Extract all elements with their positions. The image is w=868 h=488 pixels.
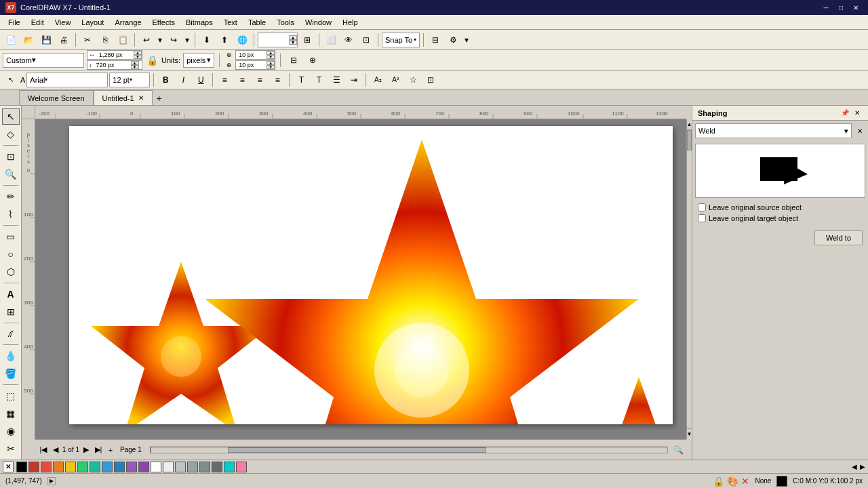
leave-source-checkbox[interactable]	[698, 203, 706, 211]
tab-welcome[interactable]: Welcome Screen	[19, 90, 94, 105]
coord-expand-button[interactable]: ▶	[47, 477, 56, 485]
color-dark-purple[interactable]	[138, 462, 149, 472]
color-orange[interactable]	[53, 462, 64, 472]
ellipse-tool[interactable]: ○	[2, 246, 20, 262]
zoom-input[interactable]: 50%	[258, 36, 289, 44]
select-tool[interactable]: ↖	[2, 108, 20, 125]
tab-untitled1[interactable]: Untitled-1 ✕	[94, 90, 153, 105]
fontsize-dropdown[interactable]: 12 pt ▾	[109, 73, 150, 87]
menu-window[interactable]: Window	[300, 17, 337, 28]
width-input-group[interactable]: ↔ ▲ ▼	[87, 50, 142, 60]
print-button[interactable]: 🖨	[56, 32, 72, 48]
save-button[interactable]: 💾	[38, 32, 54, 48]
char-button[interactable]: T	[311, 72, 327, 88]
width-input[interactable]	[96, 52, 134, 58]
panel-help-button[interactable]: ✕	[854, 125, 865, 136]
color-dark-blue[interactable]	[114, 462, 125, 472]
width-down[interactable]: ▼	[134, 55, 142, 59]
open-button[interactable]: 📂	[20, 32, 37, 48]
options-button[interactable]: ⚙	[445, 32, 461, 48]
font-dropdown[interactable]: Arial ▾	[26, 73, 108, 87]
scrollbar-horizontal-thumb[interactable]	[228, 447, 486, 453]
minimize-button[interactable]: ─	[819, 2, 833, 13]
color-white[interactable]	[151, 462, 161, 472]
tab-add-button[interactable]: +	[153, 92, 166, 105]
superscript-button[interactable]: A²	[387, 72, 403, 88]
menu-file[interactable]: File	[3, 17, 26, 28]
color-green[interactable]	[77, 462, 88, 472]
zoom-status-button[interactable]: 🔍	[673, 445, 684, 455]
color-blue[interactable]	[102, 462, 113, 472]
page-last-button[interactable]: ▶|	[93, 445, 104, 454]
page-next-button[interactable]: ▶	[81, 445, 92, 454]
interactive-fill-tool[interactable]: ⬚	[2, 388, 20, 404]
undo-dropdown[interactable]: ▾	[156, 32, 164, 48]
align-center-button[interactable]: ≡	[234, 72, 250, 88]
fill-tool[interactable]: 🪣	[2, 365, 20, 382]
virtual-seg-tool[interactable]: ✂	[2, 441, 20, 457]
menu-table[interactable]: Table	[243, 17, 271, 28]
palette-right[interactable]: ▶	[860, 463, 865, 470]
undo-button[interactable]: ↩	[138, 32, 155, 48]
menu-arrange[interactable]: Arrange	[109, 17, 146, 28]
status-color-icon[interactable]: 🎨	[727, 476, 738, 487]
menu-edit[interactable]: Edit	[26, 17, 50, 28]
zoom-up[interactable]: ▲	[289, 35, 297, 40]
weld-to-button[interactable]: Weld to	[814, 230, 863, 245]
justify-button[interactable]: ≡	[269, 72, 285, 88]
panel-close-button[interactable]: ✕	[852, 108, 863, 119]
color-pink[interactable]	[236, 462, 247, 472]
shaping-type-dropdown[interactable]: Weld ▾	[695, 123, 852, 138]
publish-button[interactable]: 🌐	[234, 32, 250, 48]
new-button[interactable]: 📄	[3, 32, 19, 48]
zoom-tool[interactable]: 🔍	[2, 166, 20, 182]
maximize-button[interactable]: □	[834, 2, 848, 13]
select-tool-btn[interactable]: ↖	[3, 72, 19, 88]
stroke-color-swatch[interactable]	[776, 476, 787, 487]
color-red1[interactable]	[28, 462, 39, 472]
options-dropdown[interactable]: ▾	[462, 32, 471, 48]
menu-effects[interactable]: Effects	[147, 17, 180, 28]
status-warning-icon[interactable]: ✕	[741, 476, 749, 487]
indent-button[interactable]: ⇥	[346, 72, 362, 88]
subscript-button[interactable]: A₂	[370, 72, 386, 88]
menu-tools[interactable]: Tools	[271, 17, 300, 28]
paste-button[interactable]: 📋	[115, 32, 131, 48]
add-page-nav-button[interactable]: +	[105, 446, 116, 454]
no-fill-swatch[interactable]: ✕	[3, 462, 14, 472]
lock-proportions-button[interactable]: 🔒	[145, 50, 159, 70]
scroll-down-button[interactable]: ▼	[687, 428, 692, 439]
tab-close-button[interactable]: ✕	[138, 94, 144, 102]
frame-button[interactable]: ⊡	[422, 72, 439, 88]
leave-target-checkbox[interactable]	[698, 214, 706, 222]
table-tool[interactable]: ⊞	[2, 304, 20, 320]
view-enhanced-button[interactable]: ⊡	[358, 32, 374, 48]
text-tool[interactable]: A	[2, 286, 20, 302]
color-teal[interactable]	[90, 462, 100, 472]
palette-left[interactable]: ◀	[852, 463, 857, 470]
menu-text[interactable]: Text	[218, 17, 243, 28]
y-coord-group[interactable]: ▲ ▼	[235, 60, 275, 70]
scroll-up-button[interactable]: ▲	[687, 119, 692, 130]
format-button[interactable]: T	[293, 72, 309, 88]
color-yellow[interactable]	[65, 462, 76, 472]
menu-view[interactable]: View	[50, 17, 77, 28]
blend-tool[interactable]: ▦	[2, 405, 20, 422]
x-coord-input[interactable]	[236, 52, 267, 58]
units-dropdown[interactable]: pixels ▾	[183, 53, 214, 68]
color-gray4[interactable]	[199, 462, 210, 472]
panel-pin-button[interactable]: 📌	[840, 108, 850, 119]
transform-button[interactable]: ⊟	[285, 52, 302, 68]
close-button[interactable]: ✕	[849, 2, 863, 13]
view-full-button[interactable]: 👁	[340, 32, 357, 48]
polygon-tool[interactable]: ⬡	[2, 264, 20, 280]
color-gray2[interactable]	[175, 462, 186, 472]
list-button[interactable]: ☰	[328, 72, 344, 88]
scrollbar-vertical[interactable]: ▲ ▼	[686, 119, 692, 439]
y-coord-input[interactable]	[236, 62, 267, 68]
color-gray1[interactable]	[163, 462, 174, 472]
contour-tool[interactable]: ◉	[2, 423, 20, 439]
zoom-down[interactable]: ▼	[289, 40, 297, 45]
zoom-fit-button[interactable]: ⊞	[299, 32, 315, 48]
star-button[interactable]: ☆	[405, 72, 421, 88]
